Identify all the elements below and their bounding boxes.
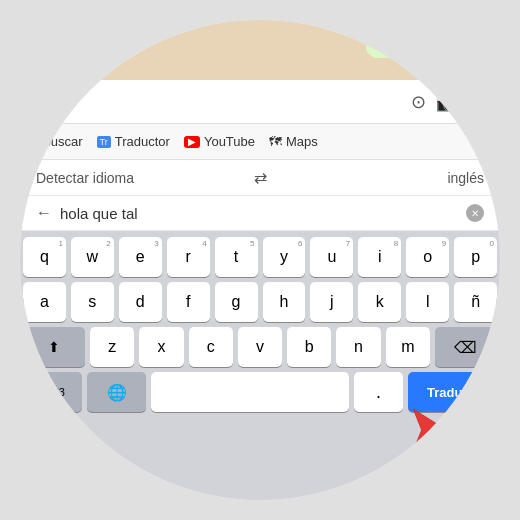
space-key[interactable] [151,372,348,412]
globe-key[interactable]: 🌐 [87,372,146,412]
key-h[interactable]: h [263,282,306,322]
key-p[interactable]: 0p [454,237,497,277]
chat-bubble: Hola 12:4 [366,30,440,58]
traductor-icon: Tr [97,136,111,148]
key-u[interactable]: 7u [310,237,353,277]
shift-key[interactable]: ⬆ [23,327,85,367]
translate-button[interactable]: Traducir [408,372,497,412]
key-c[interactable]: c [189,327,233,367]
translator-area: Detectar idioma ⇄ inglés ← hola que tal … [20,160,500,231]
mic-icon[interactable]: 🎤 [468,91,490,113]
traductor-label: Traductor [115,134,170,149]
key-n[interactable]: n [336,327,380,367]
key-w[interactable]: 2w [71,237,114,277]
delete-key[interactable]: ⌫ [435,327,497,367]
key-n-tilde[interactable]: ñ [454,282,497,322]
key-y[interactable]: 6y [263,237,306,277]
key-d[interactable]: d [119,282,162,322]
key-j[interactable]: j [310,282,353,322]
key-z[interactable]: z [90,327,134,367]
keyboard-row-1: 1q 2w 3e 4r 5t 6y 7u 8i 9o 0p [23,237,497,277]
clear-button[interactable]: ✕ [466,204,484,222]
period-key[interactable]: . [354,372,403,412]
key-m[interactable]: m [386,327,430,367]
input-bar[interactable]: + | ⊙ 📷 🎤 [20,80,500,124]
back-nav-icon[interactable]: + [30,91,41,112]
suggestion-youtube[interactable]: ▶ YouTube [184,134,255,149]
key-s[interactable]: s [71,282,114,322]
keyboard: 1q 2w 3e 4r 5t 6y 7u 8i 9o 0p a s d f g … [20,231,500,500]
text-input-area[interactable]: | [51,91,401,113]
key-f[interactable]: f [167,282,210,322]
chat-area: Hola 12:4 [20,20,500,80]
suggestion-maps[interactable]: 🗺 Maps [269,134,318,149]
bubble-time: 12:4 [411,41,430,52]
keyboard-row-4: ?123 🌐 . Traducir [23,372,497,412]
camera-icon[interactable]: 📷 [436,91,458,113]
translated-text[interactable]: hola que tal [60,205,458,222]
detect-language-label[interactable]: Detectar idioma [36,170,242,186]
youtube-label: YouTube [204,134,255,149]
cursor: | [57,93,61,111]
numbers-key[interactable]: ?123 [23,372,82,412]
keyboard-row-3: ⬆ z x c v b n m ⌫ [23,327,497,367]
bubble-text: Hola [376,36,405,52]
suggestion-traductor[interactable]: Tr Traductor [97,134,170,149]
key-b[interactable]: b [287,327,331,367]
key-g[interactable]: g [215,282,258,322]
swap-languages-icon[interactable]: ⇄ [254,168,267,187]
key-e[interactable]: 3e [119,237,162,277]
key-r[interactable]: 4r [167,237,210,277]
key-q[interactable]: 1q [23,237,66,277]
target-language-label[interactable]: inglés [279,170,485,186]
key-t[interactable]: 5t [215,237,258,277]
keyboard-row-2: a s d f g h j k l ñ [23,282,497,322]
translator-input-row: ← hola que tal ✕ [20,196,500,231]
youtube-icon: ▶ [184,136,200,148]
clear-icon: ✕ [471,208,479,219]
key-a[interactable]: a [23,282,66,322]
key-l[interactable]: l [406,282,449,322]
google-icon: G [28,134,38,149]
suggestions-bar: G Buscar Tr Traductor ▶ YouTube 🗺 Maps [20,124,500,160]
language-selector-row: Detectar idioma ⇄ inglés [20,160,500,196]
maps-icon: 🗺 [269,134,282,149]
buscar-label: Buscar [42,134,82,149]
key-v[interactable]: v [238,327,282,367]
clipboard-icon[interactable]: ⊙ [411,91,426,113]
key-x[interactable]: x [139,327,183,367]
back-arrow-icon[interactable]: ← [36,204,52,222]
phone-screen: Hola 12:4 + | ⊙ 📷 🎤 G Buscar Tr Traducto… [20,20,500,500]
key-k[interactable]: k [358,282,401,322]
key-i[interactable]: 8i [358,237,401,277]
suggestion-buscar[interactable]: G Buscar [28,134,83,149]
key-o[interactable]: 9o [406,237,449,277]
maps-label: Maps [286,134,318,149]
